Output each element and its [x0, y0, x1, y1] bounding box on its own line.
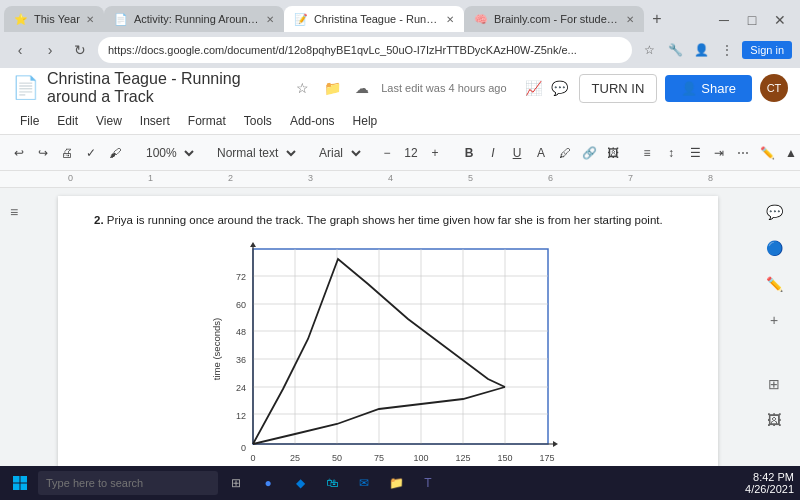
- taskbar-search-input[interactable]: [38, 471, 218, 495]
- underline-btn[interactable]: U: [506, 141, 528, 165]
- link-btn[interactable]: 🔗: [578, 141, 600, 165]
- signin-button[interactable]: Sign in: [742, 41, 792, 59]
- tab-close-btn[interactable]: ✕: [266, 14, 274, 25]
- expand-btn[interactable]: ▲: [780, 141, 800, 165]
- task-view-btn[interactable]: ⊞: [222, 469, 250, 497]
- tab-close-btn[interactable]: ✕: [86, 14, 94, 25]
- menu-help[interactable]: Help: [345, 112, 386, 130]
- store-icon[interactable]: 🛍: [318, 469, 346, 497]
- ruler-mark-3: 3: [308, 173, 313, 183]
- font-select[interactable]: Arial: [311, 141, 364, 165]
- paintformat-btn[interactable]: 🖌: [104, 141, 126, 165]
- user-avatar[interactable]: CT: [760, 74, 788, 102]
- dots-icon[interactable]: ⋮: [716, 39, 738, 61]
- bold-btn[interactable]: B: [458, 141, 480, 165]
- tab-christina[interactable]: 📝 Christina Teague - Running arou... ✕: [284, 6, 464, 32]
- sidebar-right-expand-icon[interactable]: ⊞: [760, 370, 788, 398]
- tab-brainly[interactable]: 🧠 Brainly.com - For students. By s... ✕: [464, 6, 644, 32]
- sidebar-right-icon-1[interactable]: 💬: [760, 198, 788, 226]
- spellcheck-btn[interactable]: ✓: [80, 141, 102, 165]
- font-size-increase-btn[interactable]: +: [424, 141, 446, 165]
- tab-icon: 📄: [114, 13, 128, 26]
- font-size-display[interactable]: 12: [400, 141, 422, 165]
- cloud-icon[interactable]: ☁: [351, 77, 373, 99]
- doc-area: ≡ 2. Priya is running once around the tr…: [0, 188, 800, 468]
- tab-activity[interactable]: 📄 Activity: Running Around the Tr... ✕: [104, 6, 284, 32]
- profile-icon[interactable]: 👤: [690, 39, 712, 61]
- list-btn[interactable]: ☰: [684, 141, 706, 165]
- tab-close-btn[interactable]: ✕: [446, 14, 454, 25]
- ruler-mark-8: 8: [708, 173, 713, 183]
- question-2-text: 2. Priya is running once around the trac…: [94, 212, 682, 229]
- more-btn[interactable]: ⋯: [732, 141, 754, 165]
- close-window-btn[interactable]: ✕: [768, 8, 792, 32]
- new-tab-btn[interactable]: +: [644, 6, 670, 32]
- svg-rect-16: [21, 476, 28, 483]
- textcolor-btn[interactable]: A: [530, 141, 552, 165]
- svg-rect-15: [13, 476, 20, 483]
- linespacing-btn[interactable]: ↕: [660, 141, 682, 165]
- menu-edit[interactable]: Edit: [49, 112, 86, 130]
- turn-in-button[interactable]: TURN IN: [579, 74, 658, 103]
- undo-btn[interactable]: ↩: [8, 141, 30, 165]
- sidebar-right-icon-2[interactable]: 🔵: [760, 234, 788, 262]
- chrome-icon[interactable]: ●: [254, 469, 282, 497]
- edit-mode-btn[interactable]: ✏️: [756, 141, 778, 165]
- app-bar: 📄 Christina Teague - Running around a Tr…: [0, 68, 800, 135]
- address-input[interactable]: [98, 37, 632, 63]
- align-btn[interactable]: ≡: [636, 141, 658, 165]
- comment-icon[interactable]: 💬: [549, 77, 571, 99]
- menu-addons[interactable]: Add-ons: [282, 112, 343, 130]
- print-btn[interactable]: 🖨: [56, 141, 78, 165]
- y-label-60: 60: [236, 300, 246, 310]
- share-button[interactable]: 👤 Share: [665, 75, 752, 102]
- mail-icon[interactable]: ✉: [350, 469, 378, 497]
- image-btn[interactable]: 🖼: [602, 141, 624, 165]
- tab-title: Activity: Running Around the Tr...: [134, 13, 260, 25]
- app-bar-top: 📄 Christina Teague - Running around a Tr…: [12, 68, 788, 108]
- menu-view[interactable]: View: [88, 112, 130, 130]
- x-label-125: 125: [455, 453, 470, 463]
- menu-bar: File Edit View Insert Format Tools Add-o…: [12, 108, 788, 134]
- indent-btn[interactable]: ⇥: [708, 141, 730, 165]
- teams-icon[interactable]: T: [414, 469, 442, 497]
- menu-file[interactable]: File: [12, 112, 47, 130]
- tab-close-btn[interactable]: ✕: [626, 14, 634, 25]
- style-select[interactable]: Normal text: [209, 141, 299, 165]
- highlight-btn[interactable]: 🖊: [554, 141, 576, 165]
- font-size-decrease-btn[interactable]: −: [376, 141, 398, 165]
- graph-svg: 0 12 24 36 48 60 72 0 25 50 75 100 125 1…: [208, 239, 568, 468]
- y-label-24: 24: [236, 383, 246, 393]
- tab-thisyear[interactable]: ⭐ This Year ✕: [4, 6, 104, 32]
- restore-btn[interactable]: □: [740, 8, 764, 32]
- menu-insert[interactable]: Insert: [132, 112, 178, 130]
- menu-tools[interactable]: Tools: [236, 112, 280, 130]
- folder-icon[interactable]: 📁: [321, 77, 343, 99]
- redo-btn[interactable]: ↪: [32, 141, 54, 165]
- extension-icon[interactable]: 🔧: [664, 39, 686, 61]
- forward-btn[interactable]: ›: [38, 38, 62, 62]
- chart-icon[interactable]: 📈: [523, 77, 545, 99]
- edge-icon[interactable]: ◆: [286, 469, 314, 497]
- sidebar-right-icon-4[interactable]: +: [760, 306, 788, 334]
- sidebar-icon-1[interactable]: ≡: [0, 198, 28, 226]
- sidebar-right-icon-3[interactable]: ✏️: [760, 270, 788, 298]
- menu-format[interactable]: Format: [180, 112, 234, 130]
- sidebar-right-image-icon[interactable]: 🖼: [760, 406, 788, 434]
- reload-btn[interactable]: ↻: [68, 38, 92, 62]
- doc-title: Christina Teague - Running around a Trac…: [47, 70, 283, 106]
- back-btn[interactable]: ‹: [8, 38, 32, 62]
- explorer-icon[interactable]: 📁: [382, 469, 410, 497]
- start-btn[interactable]: [6, 469, 34, 497]
- star-icon[interactable]: ☆: [291, 77, 313, 99]
- page-container: 2. Priya is running once around the trac…: [28, 188, 748, 468]
- share-icon: 👤: [681, 81, 697, 96]
- minimize-btn[interactable]: ─: [712, 8, 736, 32]
- ruler-mark-7: 7: [628, 173, 633, 183]
- bookmark-icon[interactable]: ☆: [638, 39, 660, 61]
- zoom-select[interactable]: 100%: [138, 141, 197, 165]
- x-axis-arrow: [553, 441, 558, 447]
- italic-btn[interactable]: I: [482, 141, 504, 165]
- y-label-36: 36: [236, 355, 246, 365]
- ruler-mark-4: 4: [388, 173, 393, 183]
